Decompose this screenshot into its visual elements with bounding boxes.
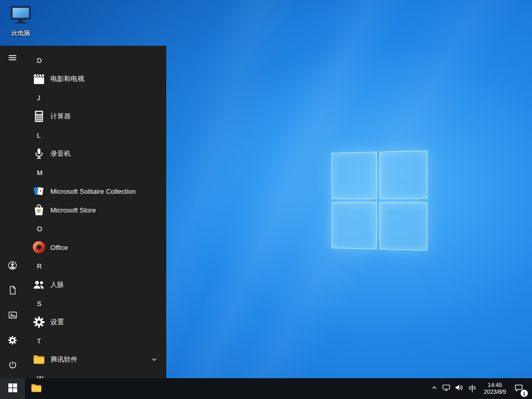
section-letter: O xyxy=(37,225,42,233)
start-app-movies-tv[interactable]: 电影和电视 xyxy=(25,70,166,88)
this-pc-label: 此电脑 xyxy=(11,29,30,38)
network-tray-button[interactable] xyxy=(440,378,453,399)
start-section-d[interactable]: D xyxy=(25,51,166,70)
calculator-icon xyxy=(32,110,46,123)
start-app-store[interactable]: Microsoft Store xyxy=(25,201,166,219)
start-button[interactable] xyxy=(0,378,25,399)
people-icon xyxy=(32,278,46,291)
start-section-w[interactable]: W xyxy=(25,369,166,378)
logo-pane xyxy=(331,202,377,249)
app-label: 设置 xyxy=(50,317,64,327)
network-icon xyxy=(442,383,450,394)
power-icon xyxy=(8,360,18,371)
logo-pane xyxy=(331,152,377,199)
this-pc-icon xyxy=(9,4,33,28)
section-letter: L xyxy=(37,131,41,139)
file-explorer-icon xyxy=(30,382,43,396)
clock-date: 2023/8/9 xyxy=(484,389,506,395)
app-label: Microsoft Solitaire Collection xyxy=(50,188,136,195)
microphone-icon xyxy=(32,147,46,161)
system-tray: 中 14:45 2023/8/9 1 xyxy=(429,378,532,399)
settings-gear-icon xyxy=(32,315,46,329)
office-icon xyxy=(32,241,46,254)
chevron-up-icon xyxy=(431,384,438,393)
settings-rail-button[interactable] xyxy=(0,328,25,353)
start-folder-tencent[interactable]: 腾讯软件 xyxy=(25,350,166,369)
start-section-o[interactable]: O xyxy=(25,219,166,238)
start-app-solitaire[interactable]: Microsoft Solitaire Collection xyxy=(25,182,166,201)
windows-wallpaper-logo xyxy=(331,151,427,251)
app-label: 录音机 xyxy=(50,149,71,158)
solitaire-cards-icon xyxy=(32,184,46,198)
taskbar-clock[interactable]: 14:45 2023/8/9 xyxy=(480,382,510,395)
app-label: Office xyxy=(50,244,68,251)
power-button[interactable] xyxy=(0,353,25,378)
rail-spacer xyxy=(0,71,25,254)
picture-icon xyxy=(8,310,18,322)
section-letter: S xyxy=(37,300,42,308)
desktop-icon-this-pc[interactable]: 此电脑 xyxy=(5,4,36,38)
ime-indicator[interactable]: 中 xyxy=(465,378,480,399)
start-app-list: D 电影和电视 J xyxy=(25,46,166,378)
section-letter: R xyxy=(37,262,42,270)
speaker-icon xyxy=(455,383,463,394)
start-menu: D 电影和电视 J xyxy=(0,46,166,378)
section-letter: J xyxy=(37,94,41,102)
app-label: 电影和电视 xyxy=(50,74,84,84)
start-section-l[interactable]: L xyxy=(25,126,166,144)
start-app-settings[interactable]: 设置 xyxy=(25,313,166,331)
start-app-voice-recorder[interactable]: 录音机 xyxy=(25,144,166,163)
app-label: Microsoft Store xyxy=(50,206,96,214)
app-label: 计算器 xyxy=(50,112,71,121)
account-button[interactable] xyxy=(0,254,25,278)
start-section-r[interactable]: R xyxy=(25,257,166,275)
start-app-office[interactable]: Office xyxy=(25,238,166,257)
gear-icon xyxy=(7,335,18,347)
store-bag-icon xyxy=(32,203,46,217)
start-menu-rail xyxy=(0,46,25,378)
section-letter: D xyxy=(37,57,42,64)
folder-icon xyxy=(32,353,46,366)
documents-button[interactable] xyxy=(0,278,25,303)
action-center-button[interactable]: 1 xyxy=(510,378,528,399)
windows-logo-icon xyxy=(8,383,17,394)
clock-time: 14:45 xyxy=(488,382,502,389)
hamburger-icon xyxy=(8,53,17,64)
section-letter: T xyxy=(37,337,41,345)
start-section-s[interactable]: S xyxy=(25,294,166,313)
logo-pane xyxy=(380,202,428,250)
app-label: 人脉 xyxy=(50,280,64,289)
section-letter: M xyxy=(37,169,43,177)
app-label: 腾讯软件 xyxy=(50,355,77,364)
section-letter: W xyxy=(37,375,43,379)
start-section-m[interactable]: M xyxy=(25,163,166,182)
chevron-down-icon xyxy=(151,356,158,363)
pictures-button[interactable] xyxy=(0,303,25,328)
logo-pane xyxy=(380,151,428,199)
start-section-t[interactable]: T xyxy=(25,331,166,350)
start-section-j[interactable]: J xyxy=(25,88,166,107)
expand-menu-button[interactable] xyxy=(0,46,25,71)
start-app-calculator[interactable]: 计算器 xyxy=(25,107,166,126)
screen: 此电脑 xyxy=(0,0,532,399)
document-icon xyxy=(8,285,18,297)
user-icon xyxy=(7,260,18,272)
taskbar: 中 14:45 2023/8/9 1 xyxy=(0,378,532,399)
file-explorer-button[interactable] xyxy=(25,378,48,399)
tray-show-hidden-icons[interactable] xyxy=(429,378,440,399)
volume-tray-button[interactable] xyxy=(453,378,465,399)
notification-badge: 1 xyxy=(521,390,528,397)
start-app-people[interactable]: 人脉 xyxy=(25,275,166,294)
movies-tv-icon xyxy=(32,72,46,86)
